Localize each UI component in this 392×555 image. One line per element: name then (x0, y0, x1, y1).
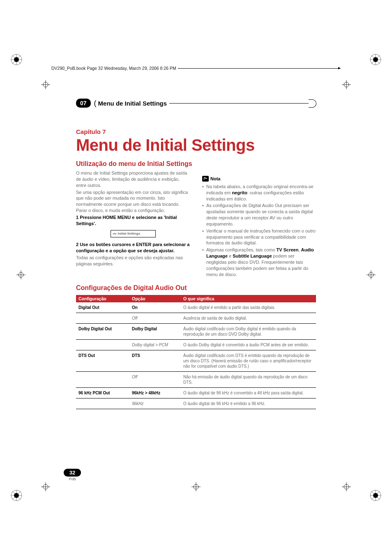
chapter-number-badge: 07 (76, 99, 91, 108)
chapter-line (169, 103, 316, 104)
page-content: 07 ( Menu de Initial Settings Capítulo 7… (76, 99, 316, 409)
svg-point-23 (373, 493, 378, 498)
svg-point-46 (207, 178, 208, 179)
cfg-cell (76, 339, 129, 350)
table-row: OffAusência de saída de áudio digital. (76, 313, 316, 323)
section-title: Utilização do menu de Initial Settings (76, 160, 316, 168)
print-mark-icon (369, 489, 382, 502)
initial-settings-icon (113, 232, 117, 236)
page-lang: PoB (64, 477, 81, 481)
chapter-bar-title: Menu de Initial Settings (98, 100, 167, 107)
opt-cell: On (129, 302, 181, 313)
col-header: O que significa (181, 295, 316, 302)
desc-cell: O áudio digital de 96 kHz é emitido a 96… (181, 398, 316, 409)
opt-cell: 96kHz > 48kHz (129, 387, 181, 398)
registration-mark-icon (16, 270, 25, 279)
registration-mark-icon (367, 270, 376, 279)
paragraph: Todas as configurações e opções são expl… (76, 255, 190, 267)
step-heading: 1 Pressione HOME MENU e selecione as 'In… (76, 214, 190, 227)
chapter-label: Capítulo 7 (76, 128, 316, 135)
desc-cell: O áudio digital é emitido a partir das s… (181, 302, 316, 313)
table-row: Dolby Digital OutDolby DigitalÁudio digi… (76, 323, 316, 339)
paragraph: Se uma opção apresentação em cor cinza, … (76, 189, 190, 214)
registration-mark-icon (41, 80, 50, 89)
opt-cell: DTS (129, 350, 181, 371)
table-row: OffNão há emissão de áudio digital quand… (76, 371, 316, 387)
desc-cell: Ausência de saída de áudio digital. (181, 313, 316, 323)
list-item: Algumas configurações, tais como TV Scre… (202, 247, 316, 277)
table-row: Dolby digital > PCMO áudio Dolby digital… (76, 339, 316, 350)
paragraph: O menu de Initial Settings proporciona a… (76, 170, 190, 189)
section-title: Configurações de Digital Audio Out (76, 284, 316, 292)
note-label: Nota (210, 176, 220, 182)
print-mark-icon (10, 53, 23, 66)
registration-mark-icon (41, 482, 50, 491)
opt-cell: 96kHz (129, 398, 181, 409)
gui-label: Initial Settings (118, 232, 141, 236)
desc-cell: O áudio Dolby digital é convertido a áud… (181, 339, 316, 350)
table-header-row: Configuração Opção O que significa (76, 295, 316, 302)
arrow-icon (338, 67, 341, 69)
opt-cell: Dolby digital > PCM (129, 339, 181, 350)
cfg-cell (76, 398, 129, 409)
cfg-cell (76, 313, 129, 323)
list-item: Na tabela abaixo, a configuração origina… (202, 184, 316, 202)
table-row: 96kHzO áudio digital de 96 kHz é emitido… (76, 398, 316, 409)
gui-screenshot: Initial Settings (111, 230, 156, 238)
page-number: 32 (64, 469, 81, 477)
table-row: DTS OutDTSÁudio digital codificado com D… (76, 350, 316, 371)
opt-cell: Dolby Digital (129, 323, 181, 339)
right-column: Nota Na tabela abaixo, a configuração or… (202, 170, 316, 279)
chapter-paren-icon: ( (94, 99, 97, 108)
note-heading: Nota (202, 176, 316, 182)
two-column-layout: O menu de Initial Settings proporciona a… (76, 170, 316, 279)
desc-cell: Não há emissão de áudio digital quando d… (181, 371, 316, 387)
cfg-cell: 96 kHz PCM Out (76, 387, 129, 398)
svg-point-11 (373, 57, 378, 62)
table-row: 96 kHz PCM Out96kHz > 48kHzO áudio digit… (76, 387, 316, 398)
desc-cell: Áudio digital codificado com DTS é emiti… (181, 350, 316, 371)
print-mark-icon (10, 489, 23, 502)
chapter-bar: 07 ( Menu de Initial Settings (76, 99, 316, 108)
page-number-badge: 32 PoB (64, 469, 81, 481)
settings-table: Configuração Opção O que significa Digit… (76, 295, 316, 409)
registration-mark-icon (342, 80, 351, 89)
registration-mark-icon (191, 482, 201, 491)
page-title: Menu de Initial Settings (76, 136, 316, 154)
list-item: Verificar o manual de instruções forneci… (202, 228, 316, 246)
print-mark-icon (369, 53, 382, 66)
svg-point-17 (14, 493, 19, 498)
header-text: DV290_PoB.book Page 32 Wednesday, March … (51, 66, 178, 71)
step-heading: 2 Use os botões cursores e ENTER para se… (76, 242, 190, 254)
registration-mark-icon (342, 482, 351, 491)
col-header: Configuração (76, 295, 129, 302)
left-column: O menu de Initial Settings proporciona a… (76, 170, 190, 279)
opt-cell: Off (129, 371, 181, 387)
opt-cell: Off (129, 313, 181, 323)
cfg-cell: DTS Out (76, 350, 129, 371)
col-header: Opção (129, 295, 181, 302)
cfg-cell: Dolby Digital Out (76, 323, 129, 339)
notes-list: Na tabela abaixo, a configuração origina… (202, 184, 316, 278)
cfg-cell (76, 371, 129, 387)
note-icon (202, 176, 209, 182)
cfg-cell: Digital Out (76, 302, 129, 313)
desc-cell: Áudio digital codificado com Dolby digit… (181, 323, 316, 339)
desc-cell: O áudio digital de 96 kHz é convertido a… (181, 387, 316, 398)
svg-point-5 (14, 57, 19, 62)
list-item: As configurações de Digital Audio Out pr… (202, 203, 316, 227)
table-row: Digital OutOnO áudio digital é emitido a… (76, 302, 316, 313)
